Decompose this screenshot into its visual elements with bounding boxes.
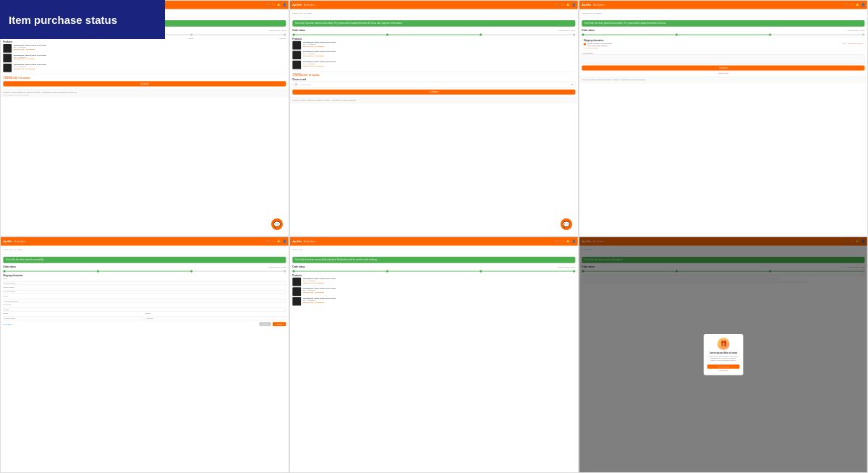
ss5-product-1: Smartphone Apple iPhone 15 Pro Max Qty: … <box>292 278 575 286</box>
ss2-breadcrumb-bar: Home / Cart / My orders <box>290 9 578 18</box>
ss4-region-section: Region <box>145 312 286 320</box>
ss4-district-input[interactable] <box>3 317 144 320</box>
ss2-product-2-img <box>292 51 301 59</box>
ss5-order-status-label: Order status <box>292 265 305 268</box>
ss5-heart-icon[interactable]: ♡ <box>561 240 563 243</box>
ss5-user-icon[interactable]: 👤 <box>572 240 576 243</box>
ss4-form-title: Shipping information <box>3 274 286 276</box>
ss4-district-region-row: District Region <box>3 312 286 320</box>
ss3-logo: Aptêlin <box>582 4 591 7</box>
ss3-note-input[interactable] <box>582 54 864 64</box>
ss4-home-input[interactable] <box>3 299 286 302</box>
ss3-steps <box>582 33 864 35</box>
ss3-heart-icon[interactable]: ♡ <box>851 4 853 7</box>
ss3-cart-icon[interactable]: 🛒 <box>845 4 848 7</box>
ss5-product-3-img <box>292 297 301 306</box>
ss5-product-3-price: 456 000 UZS • 12 months <box>303 302 576 304</box>
ss5-marketplace: Marketplace <box>304 240 315 242</box>
ss4-logo: Aptêlin <box>3 240 12 243</box>
ss4-bell-icon[interactable]: 🔔 <box>277 240 281 243</box>
ss5-alert: Your order has been successfully submitt… <box>292 257 575 263</box>
ss2-step-4 <box>573 33 575 35</box>
ss4-name-row: Name <box>3 277 286 285</box>
ss1-product-2: Smartphone Apple iPhone 15 Pro Max Qty: … <box>3 54 286 63</box>
ss4-region-input[interactable] <box>145 317 286 320</box>
ss1-product-2-price: 456 090 UZS • 12 months <box>14 58 286 60</box>
ss1-product-3-price: 456 000 UZS • 12 months <box>14 68 286 70</box>
ss4-line-1 <box>6 271 97 272</box>
ss3-edit-link[interactable]: Edit <box>843 43 846 45</box>
ss4-alert: Your order has been placed successfully. <box>3 257 286 263</box>
ss1-nav: 🛒 ♡ 🔔 👤 <box>266 4 286 7</box>
ss4-step-4 <box>284 270 286 272</box>
ss4-street-input[interactable] <box>3 307 286 311</box>
ss6-cancel-order-btn[interactable]: Cancel order <box>707 370 740 372</box>
ss4-user-icon[interactable]: 👤 <box>283 240 286 243</box>
ss2-footer: Fashion • Sport & Outdoors • Beauty & He… <box>290 97 578 103</box>
ss5-logo: Aptêlin <box>292 240 302 243</box>
ss3-inner: Aptêlin Marketplace 🛒 ♡ 🔔 👤 Home / Cart … <box>579 1 867 236</box>
ss3-cancel-btn[interactable]: Cancel order <box>579 72 867 74</box>
ss1-categories: Fashion • Sport & Outdoors • Beauty & He… <box>3 91 286 93</box>
ss5-product-2-price: 456 000 UZS • 12 months <box>303 291 576 294</box>
ss4-home-row: Home <box>3 295 286 303</box>
ss1-heart-icon[interactable]: ♡ <box>272 4 274 7</box>
ss5-bell-icon[interactable]: 🔔 <box>566 240 570 243</box>
ss3-nav: 🛒 ♡ 🔔 👤 <box>845 4 864 7</box>
ss2-heart-icon[interactable]: ♡ <box>561 4 563 7</box>
ss5-nav: 🛒 ♡ 🔔 👤 <box>556 240 575 243</box>
ss2-alert: Your order has been placed successfully.… <box>292 20 575 27</box>
ss4-phone-input[interactable] <box>3 290 286 294</box>
ss2-product-3-price: 456 000 UZS • 12 months <box>303 65 576 67</box>
ss2-bell-icon[interactable]: 🔔 <box>566 4 570 7</box>
ss6-go-home-btn[interactable]: Go back home <box>707 365 740 369</box>
ss1-cart-icon[interactable]: 🛒 <box>266 4 270 7</box>
header-banner: Item purchase status <box>0 0 165 39</box>
screenshot-6: Aptêlin Marketplace 🛒 ♡ 🔔 👤 Home / Cart … <box>579 236 868 473</box>
ss2-card-selector[interactable]: Choose a card ▼ <box>292 82 575 88</box>
ss3-continue-btn[interactable]: Continue <box>582 65 864 70</box>
screenshots-grid: Aptêlin Marketplace 🛒 ♡ 🔔 👤 Home / My or… <box>0 0 868 473</box>
ss6-modal: 🎁 Lorem ipsum dolor sit amet Lorem ipsum… <box>704 334 744 375</box>
screenshot-3: Aptêlin Marketplace 🛒 ♡ 🔔 👤 Home / Cart … <box>579 0 868 236</box>
ss1-bell-icon[interactable]: 🔔 <box>277 4 281 7</box>
ss3-bell-icon[interactable]: 🔔 <box>856 4 859 7</box>
ss5-cart-icon[interactable]: 🛒 <box>556 240 559 243</box>
ss3-add-address[interactable]: + Add new address <box>584 47 863 49</box>
screenshot-4: Aptêlin Marketplace 🛒 ♡ 🔔 👤 Home / Cart … <box>0 236 289 473</box>
ss3-delete-link[interactable]: Buyurtmani o'chirish <box>848 43 863 45</box>
ss2-fab[interactable]: 💬 <box>561 218 572 230</box>
ss3-line-1 <box>584 35 676 35</box>
ss3-user-icon[interactable]: 👤 <box>861 4 865 7</box>
ss2-continue-btn[interactable]: Continue <box>292 90 575 95</box>
ss2-card-text: Choose a card <box>299 84 569 86</box>
ss4-name-input[interactable] <box>3 281 286 285</box>
ss5-step-4 <box>573 270 575 272</box>
ss3-line-2 <box>678 35 769 35</box>
ss1-product-1-price: 456 000 UZS • 12 months <box>14 48 286 51</box>
ss2-steps <box>292 33 575 35</box>
ss5-products-title: Products <box>292 274 575 276</box>
ss2-cart-icon[interactable]: 🛒 <box>556 4 559 7</box>
ss4-district-section: District <box>3 312 144 320</box>
ss4-heart-icon[interactable]: ♡ <box>272 240 274 243</box>
ss1-products-title: Products <box>3 41 286 43</box>
ss2-breadcrumb: Home / Cart / My orders <box>292 12 312 14</box>
ss1-continue-btn[interactable]: Continue <box>3 81 286 86</box>
ss1-fab[interactable]: 💬 <box>271 218 283 230</box>
ss2-user-icon[interactable]: 👤 <box>572 4 576 7</box>
ss2-categories: Fashion • Sport & Outdoors • Beauty & He… <box>292 99 575 101</box>
ss1-product-3-info: Smartphone Apple iPhone 15 Pro Max Qty: … <box>14 64 286 69</box>
ss4-top-bar: Aptêlin Marketplace 🛒 ♡ 🔔 👤 <box>1 237 289 246</box>
ss5-product-1-img <box>292 278 301 286</box>
ss1-product-1-img <box>3 44 12 53</box>
ss2-product-1-img <box>292 41 301 50</box>
ss4-cancel-btn[interactable]: Cancel <box>259 322 271 326</box>
ss2-order-status-label: Order status <box>292 29 305 31</box>
ss4-cart-icon[interactable]: 🛒 <box>266 240 270 243</box>
ss2-order-number: Order number: 2467a <box>558 30 575 32</box>
ss4-breadcrumb: Home / Cart / My orders <box>3 249 22 251</box>
ss4-more-detail-link[interactable]: More detail <box>3 323 12 325</box>
ss1-user-icon[interactable]: 👤 <box>283 4 286 7</box>
ss4-continue-btn[interactable]: Continue <box>273 322 286 326</box>
